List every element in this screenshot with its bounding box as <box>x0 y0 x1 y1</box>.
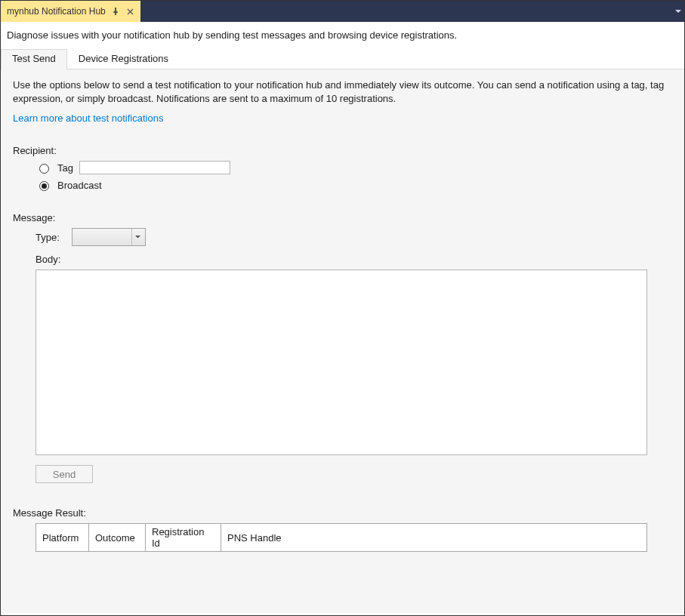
send-button[interactable]: Send <box>35 465 93 483</box>
result-table-header-row: Platform Outcome Registration Id PNS Han… <box>36 524 647 552</box>
content-area: Use the options below to send a test not… <box>1 69 684 613</box>
document-tab[interactable]: mynhub Notification Hub <box>1 1 140 22</box>
col-platform[interactable]: Platform <box>36 524 89 552</box>
recipient-tag-row: Tag <box>35 161 672 174</box>
message-body-label-row: Body: <box>35 254 672 265</box>
message-section: Message: Type: Body: Send <box>13 212 672 483</box>
tag-radio-label: Tag <box>57 162 73 174</box>
broadcast-radio[interactable] <box>39 181 49 191</box>
col-registration-id[interactable]: Registration Id <box>146 524 221 552</box>
pin-icon[interactable] <box>110 6 121 17</box>
recipient-section: Recipient: Tag Broadcast <box>13 145 672 191</box>
description-bar: Diagnose issues with your notification h… <box>1 22 684 48</box>
document-tab-title: mynhub Notification Hub <box>7 6 106 17</box>
body-textarea[interactable] <box>35 270 647 455</box>
tag-radio[interactable] <box>39 164 49 174</box>
body-label: Body: <box>35 254 66 265</box>
intro-text: Use the options below to send a test not… <box>13 79 672 105</box>
close-icon[interactable] <box>125 6 136 17</box>
sub-tab-strip: Test Send Device Registrations <box>1 48 684 69</box>
message-result-section: Message Result: Platform Outcome Registr… <box>13 507 672 552</box>
type-select[interactable] <box>72 228 146 246</box>
result-table: Platform Outcome Registration Id PNS Han… <box>35 523 647 552</box>
body-area: Send <box>35 270 672 483</box>
recipient-label: Recipient: <box>13 145 672 156</box>
title-bar-spacer <box>140 1 672 22</box>
type-label: Type: <box>35 232 66 243</box>
message-type-row: Type: <box>35 228 672 246</box>
col-pns-handle[interactable]: PNS Handle <box>221 524 647 552</box>
chevron-down-icon <box>131 229 143 245</box>
window-menu-dropdown[interactable] <box>672 1 684 22</box>
col-outcome[interactable]: Outcome <box>89 524 146 552</box>
recipient-broadcast-row: Broadcast <box>35 179 672 191</box>
message-label: Message: <box>13 212 672 223</box>
learn-more-link[interactable]: Learn more about test notifications <box>13 112 163 124</box>
broadcast-radio-label: Broadcast <box>57 180 102 191</box>
message-result-label: Message Result: <box>13 507 672 519</box>
title-bar: mynhub Notification Hub <box>1 1 684 22</box>
tab-test-send[interactable]: Test Send <box>1 49 67 69</box>
tag-input[interactable] <box>79 161 230 174</box>
tab-device-registrations[interactable]: Device Registrations <box>67 49 180 69</box>
